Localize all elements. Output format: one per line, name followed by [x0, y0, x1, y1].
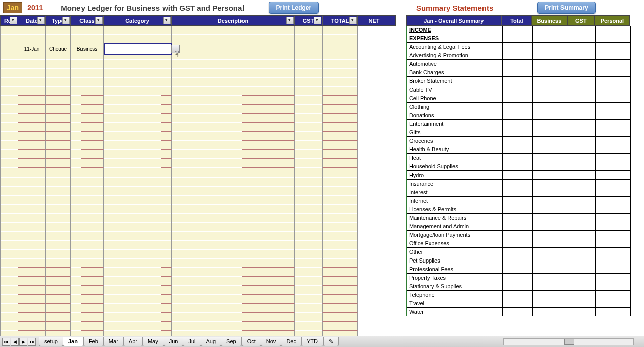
sheet-tab-jan[interactable]: Jan [63, 337, 84, 346]
summary-body: INCOMEEXPENSESAccounting & Legal FeesAdv… [406, 26, 644, 316]
horizontal-scrollbar[interactable] [503, 338, 634, 345]
col-description[interactable]: Description [172, 16, 295, 25]
summary-row: Insurance [407, 180, 644, 188]
col-total[interactable]: TOTAL [323, 16, 358, 25]
summary-row: Groceries [407, 137, 644, 145]
summary-col-main: Jan - Overall Summary [406, 15, 502, 26]
summary-row: Hydro [407, 171, 644, 180]
summary-row: Accounting & Legal Fees [407, 43, 644, 51]
ledger-header: Rec Date Type Class Category Description… [0, 15, 396, 26]
sheet-tab-sep[interactable]: Sep [221, 337, 242, 346]
sheet-tab-ytd[interactable]: YTD [301, 337, 324, 346]
sheet-tab-nov[interactable]: Nov [261, 337, 282, 346]
sheet-tab-jun[interactable]: Jun [164, 337, 184, 346]
tab-nav-next[interactable]: ▶ [19, 338, 27, 346]
summary-row: Pet Supplies [407, 256, 644, 265]
summary-row: Management and Admin [407, 222, 644, 231]
filter-icon[interactable] [314, 17, 321, 24]
ledger-data-row[interactable]: 11-JanChequeBusiness [1, 43, 396, 51]
col-rec[interactable]: Rec [1, 16, 18, 25]
summary-row: Health & Beauty [407, 145, 644, 154]
summary-row: Clothing [407, 103, 644, 111]
col-type[interactable]: Type [46, 16, 71, 25]
cell-dropdown-button[interactable] [171, 45, 180, 53]
ledger-body[interactable]: 11-JanChequeBusiness [0, 26, 396, 347]
summary-row: Stationary & Supplies [407, 282, 644, 291]
summary-row: Water [407, 308, 644, 316]
page-title: Money Ledger for Business with GST and P… [61, 4, 244, 12]
summary-row: Licenses & Permits [407, 205, 644, 214]
filter-icon[interactable] [95, 17, 103, 24]
sheet-tab-feb[interactable]: Feb [83, 337, 104, 346]
sheet-tab-may[interactable]: May [142, 337, 164, 346]
month-badge: Jan [3, 2, 22, 13]
filter-icon[interactable] [349, 17, 357, 24]
summary-row: Entertainment [407, 120, 644, 128]
summary-row: EXPENSES [407, 34, 644, 43]
tab-nav-last[interactable]: ⏭ [28, 338, 36, 346]
filter-icon[interactable] [163, 17, 171, 24]
summary-row: Cable TV [407, 85, 644, 94]
summary-row: Travel [407, 299, 644, 308]
col-date[interactable]: Date [18, 16, 46, 25]
tab-nav-first[interactable]: ⏮ [2, 338, 10, 346]
summary-row: Maintenance & Repairs [407, 214, 644, 222]
summary-col-total: Total [502, 15, 532, 26]
summary-row: Bank Charges [407, 68, 644, 77]
sheet-tab-oct[interactable]: Oct [242, 337, 261, 346]
filter-icon[interactable] [10, 17, 17, 24]
filter-icon[interactable] [286, 17, 294, 24]
col-net: NET [358, 16, 390, 25]
col-gst[interactable]: GST [295, 16, 323, 25]
filter-icon[interactable] [62, 17, 70, 24]
filter-icon[interactable] [37, 17, 45, 24]
sheet-tab-dec[interactable]: Dec [281, 337, 302, 346]
sheet-tab-jul[interactable]: Jul [183, 337, 201, 346]
summary-row: Internet [407, 197, 644, 205]
summary-row: Other [407, 248, 644, 256]
sheet-tab-aug[interactable]: Aug [201, 337, 222, 346]
tab-nav-prev[interactable]: ◀ [11, 338, 19, 346]
summary-row: Donations [407, 111, 644, 120]
print-summary-button[interactable]: Print Summary [537, 2, 595, 14]
year-label: 2011 [26, 4, 43, 12]
summary-row: INCOME [407, 26, 644, 34]
sheet-tab-apr[interactable]: Apr [123, 337, 143, 346]
new-sheet-icon[interactable]: ✎ [323, 337, 339, 346]
summary-col-business: Business [532, 15, 567, 26]
print-ledger-button[interactable]: Print Ledger [269, 2, 319, 14]
summary-row: Heat [407, 154, 644, 162]
summary-row: Gifts [407, 128, 644, 137]
summary-row: Property Taxes [407, 274, 644, 282]
summary-row: Cell Phone [407, 94, 644, 103]
summary-title: Summary Statements [416, 4, 493, 12]
summary-col-gst: GST [567, 15, 595, 26]
summary-row: Office Expenses [407, 239, 644, 248]
summary-row: Automotive [407, 60, 644, 68]
sheet-tab-mar[interactable]: Mar [103, 337, 124, 346]
summary-row: Interest [407, 188, 644, 197]
summary-header: Jan - Overall Summary Total Business GST… [406, 15, 644, 26]
summary-col-personal: Personal [595, 15, 630, 26]
sheet-tab-setup[interactable]: setup [39, 337, 63, 346]
summary-row: Advertising & Promotion [407, 51, 644, 60]
col-category[interactable]: Category [104, 16, 172, 25]
summary-row: Household Supplies [407, 162, 644, 171]
col-class[interactable]: Class [71, 16, 104, 25]
summary-row: Broker Statement [407, 77, 644, 85]
sheet-tabs-bar: ⏮ ◀ ▶ ⏭ setupJanFebMarAprMayJunJulAugSep… [0, 336, 644, 347]
summary-row: Mortgage/loan Payments [407, 231, 644, 239]
summary-row: Professional Fees [407, 265, 644, 274]
summary-row: Telephone [407, 291, 644, 299]
